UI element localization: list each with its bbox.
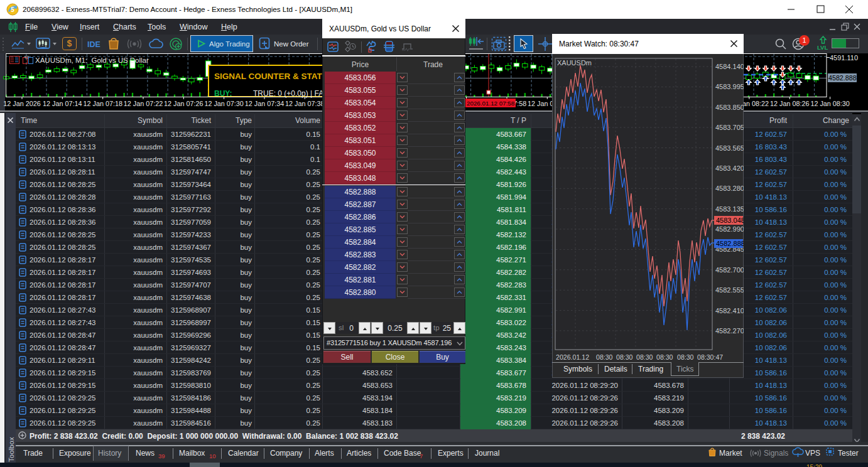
svg-text:12 Jan 07:34: 12 Jan 07:34 (245, 100, 284, 107)
svg-text:08:30: 08:30 (616, 353, 633, 361)
svg-text:4582.270: 4582.270 (715, 327, 744, 335)
svg-text:4582.888: 4582.888 (828, 74, 857, 82)
svg-text:2026.01.12 07:58: 2026.01.12 07:58 (467, 100, 515, 107)
svg-text:12 Jan 2026: 12 Jan 2026 (3, 100, 40, 107)
svg-text:4583.995: 4583.995 (715, 83, 744, 90)
svg-text:08:30: 08:30 (596, 353, 613, 361)
svg-text:12 Jan 07:22: 12 Jan 07:22 (124, 100, 163, 107)
svg-text:4583.705: 4583.705 (715, 124, 744, 131)
svg-text:4582.700: 4582.700 (715, 266, 744, 274)
svg-text:08:30: 08:30 (677, 353, 694, 361)
svg-text:12 Jan 07:14: 12 Jan 07:14 (43, 100, 82, 107)
svg-text:5: 5 (11, 6, 14, 13)
svg-text:4583.135: 4583.135 (715, 205, 744, 213)
svg-text:XAUUSDm: XAUUSDm (557, 59, 592, 67)
svg-text:12 Jan 07:26: 12 Jan 07:26 (164, 100, 203, 107)
svg-text:12 Jan 08:30: 12 Jan 08:30 (810, 100, 849, 107)
svg-text:4591.110: 4591.110 (830, 54, 858, 62)
svg-text:08:30:47: 08:30:47 (697, 353, 723, 361)
svg-text:BUY:: BUY: (214, 89, 232, 98)
svg-text:12 Jan 07:18: 12 Jan 07:18 (83, 100, 122, 107)
svg-text:4583.420: 4583.420 (715, 164, 744, 172)
svg-text:4583.565: 4583.565 (715, 144, 744, 152)
svg-text:Toolbox: Toolbox (8, 437, 15, 462)
svg-text:12 Jan 08:26: 12 Jan 08:26 (770, 100, 809, 107)
svg-text:2026.01.12: 2026.01.12 (556, 353, 589, 361)
svg-text:4582.555: 4582.555 (715, 286, 744, 294)
svg-text:12 Jan 07:38: 12 Jan 07:38 (285, 100, 324, 107)
svg-text:08:30: 08:30 (636, 353, 653, 361)
svg-text:4582.888: 4582.888 (716, 240, 744, 247)
svg-text:4583.850: 4583.850 (715, 104, 744, 111)
svg-text:4584.140: 4584.140 (715, 63, 744, 70)
svg-text:12 Jan 07:30: 12 Jan 07:30 (204, 100, 243, 107)
svg-text:4583.048: 4583.048 (716, 217, 744, 224)
svg-text:4582.410: 4582.410 (715, 307, 744, 314)
svg-text:08:30: 08:30 (656, 353, 673, 361)
svg-text:4582.990: 4582.990 (715, 225, 744, 233)
svg-text:4583.280: 4583.280 (715, 185, 744, 192)
